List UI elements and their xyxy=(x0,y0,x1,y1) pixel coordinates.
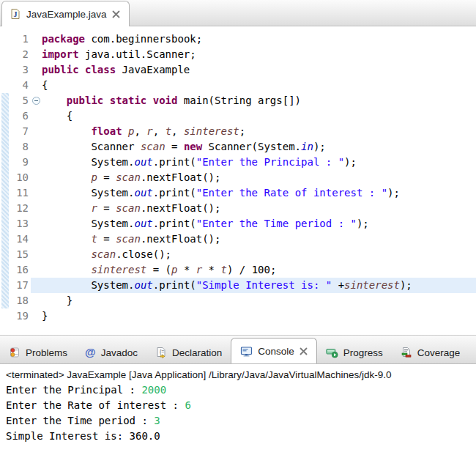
javadoc-icon: @ xyxy=(85,347,96,358)
console-view[interactable]: <terminated> JavaExample [Java Applicati… xyxy=(0,364,476,455)
code-line[interactable]: 4{ xyxy=(0,78,476,93)
fold-column xyxy=(31,201,42,216)
code-text: float p, r, t, sinterest; xyxy=(42,124,476,139)
code-line[interactable]: 11 System.out.print("Enter the Rate of i… xyxy=(0,185,476,201)
code-text: scan.close(); xyxy=(42,247,476,262)
code-line[interactable]: 2import java.util.Scanner; xyxy=(0,47,476,62)
code-text: r = scan.nextFloat(); xyxy=(42,201,476,216)
tab-javadoc[interactable]: @ Javadoc xyxy=(76,341,146,363)
tab-console[interactable]: Console xyxy=(231,338,317,364)
progress-icon xyxy=(326,347,338,358)
tab-declaration[interactable]: {= Declaration xyxy=(146,341,231,363)
code-line[interactable]: 1package com.beginnersbook; xyxy=(0,32,476,47)
tab-label: Coverage xyxy=(417,347,461,358)
console-output: Enter the Principal : 2000Enter the Rate… xyxy=(6,382,470,444)
code-segment-pl: Scanner xyxy=(91,141,140,152)
java-file-icon: J xyxy=(10,8,21,20)
code-segment-pl: ); xyxy=(344,156,357,168)
code-line[interactable]: 7 float p, r, t, sinterest; xyxy=(0,124,476,139)
fold-column xyxy=(31,278,42,293)
code-segment-pl: ; xyxy=(239,125,245,137)
code-segment-pl: ); xyxy=(387,187,400,199)
fold-column xyxy=(31,185,42,201)
code-segment-pl: .print( xyxy=(153,218,196,229)
tab-label: Declaration xyxy=(172,347,222,358)
code-line[interactable]: 8 Scanner scan = new Scanner(System.in); xyxy=(0,139,476,155)
code-text: sinterest = (p * r * t) / 100; xyxy=(42,262,476,278)
code-segment-pl: ); xyxy=(357,218,369,229)
code-line[interactable]: 9 System.out.print("Enter the Principal … xyxy=(0,155,476,170)
code-indent xyxy=(42,110,67,122)
code-segment-pl: System. xyxy=(91,218,134,229)
tab-problems[interactable]: Problems xyxy=(0,341,76,363)
code-indent xyxy=(42,187,91,199)
eclipse-window: J JavaExample.java 1package com.beginner… xyxy=(0,0,476,455)
code-segment-vr: r xyxy=(196,264,202,275)
code-indent xyxy=(42,141,91,152)
code-text: import java.util.Scanner; xyxy=(42,47,476,62)
code-line[interactable]: 17 System.out.print("Simple Interest is:… xyxy=(0,278,476,293)
close-icon[interactable] xyxy=(112,10,120,18)
code-line[interactable]: 14 t = scan.nextFloat(); xyxy=(0,232,476,247)
code-segment-fd: out xyxy=(134,156,152,168)
code-segment-in: 6 xyxy=(185,399,190,411)
code-text: Scanner scan = new Scanner(System.in); xyxy=(42,139,476,155)
code-segment-vr: scan xyxy=(141,141,166,152)
tab-label: Javadoc xyxy=(101,347,138,358)
close-icon[interactable] xyxy=(300,347,308,355)
code-editor[interactable]: 1package com.beginnersbook;2import java.… xyxy=(0,26,476,335)
code-text: System.out.print("Simple Interest is: " … xyxy=(42,278,476,293)
problems-icon xyxy=(9,347,21,358)
code-segment-pl: .print( xyxy=(153,187,196,199)
code-line[interactable]: 12 r = scan.nextFloat(); xyxy=(0,201,476,216)
code-text: t = scan.nextFloat(); xyxy=(42,232,476,247)
console-header: <terminated> JavaExample [Java Applicati… xyxy=(6,368,470,382)
code-segment-kw: public class xyxy=(42,64,116,75)
code-line[interactable]: 19} xyxy=(0,308,476,324)
code-segment-pl: System. xyxy=(91,156,134,168)
code-segment-vr: scan xyxy=(91,248,116,260)
code-segment-pl: .print( xyxy=(153,156,196,168)
line-number: 7 xyxy=(0,124,31,139)
code-segment-pl: .nextFloat(); xyxy=(141,202,221,214)
code-line[interactable]: 15 scan.close(); xyxy=(0,247,476,262)
fold-column xyxy=(31,78,42,93)
code-segment-pl: JavaExample xyxy=(116,64,190,75)
code-line[interactable]: 3public class JavaExample xyxy=(0,62,476,78)
line-number: 15 xyxy=(0,247,31,262)
code-line[interactable]: 18 } xyxy=(0,293,476,308)
line-number: 19 xyxy=(0,308,31,324)
code-line[interactable]: 5 public static void main(String args[]) xyxy=(0,93,476,108)
fold-column xyxy=(31,232,42,247)
line-number: 3 xyxy=(0,62,31,78)
code-segment-st: "Enter the Time period : " xyxy=(196,218,357,229)
line-number: 1 xyxy=(0,32,31,47)
code-segment-pl: = ( xyxy=(146,264,171,275)
code-segment-pl: ); xyxy=(400,279,412,291)
code-text: p = scan.nextFloat(); xyxy=(42,170,476,185)
code-lines: 1package com.beginnersbook;2import java.… xyxy=(0,26,476,324)
code-line[interactable]: 13 System.out.print("Enter the Time peri… xyxy=(0,216,476,232)
code-line[interactable]: 16 sinterest = (p * r * t) / 100; xyxy=(0,262,476,278)
code-segment-vr: r xyxy=(146,125,152,137)
fold-column xyxy=(31,216,42,232)
code-segment-pl: = xyxy=(97,171,116,183)
svg-text:{=: {= xyxy=(160,349,164,355)
code-segment-in: 2000 xyxy=(141,384,166,396)
line-number: 17 xyxy=(0,278,31,293)
tab-progress[interactable]: Progress xyxy=(317,341,392,363)
code-segment-vr: r xyxy=(91,202,97,214)
code-segment-pl: Simple Interest is: 360.0 xyxy=(6,430,160,442)
code-line[interactable]: 6 { xyxy=(0,108,476,124)
code-segment-kw: import xyxy=(42,48,79,60)
code-indent xyxy=(42,248,91,260)
declaration-icon: {= xyxy=(155,347,167,358)
code-segment-kw: public static void xyxy=(67,95,178,106)
code-line[interactable]: 10 p = scan.nextFloat(); xyxy=(0,170,476,185)
code-text: { xyxy=(42,78,476,93)
editor-tab-label: JavaExample.java xyxy=(26,9,107,20)
code-segment-pl: System. xyxy=(91,279,134,291)
editor-tab-javaexample[interactable]: J JavaExample.java xyxy=(1,1,130,26)
fold-collapse-icon[interactable] xyxy=(32,97,40,105)
tab-coverage[interactable]: Coverage xyxy=(392,341,469,363)
